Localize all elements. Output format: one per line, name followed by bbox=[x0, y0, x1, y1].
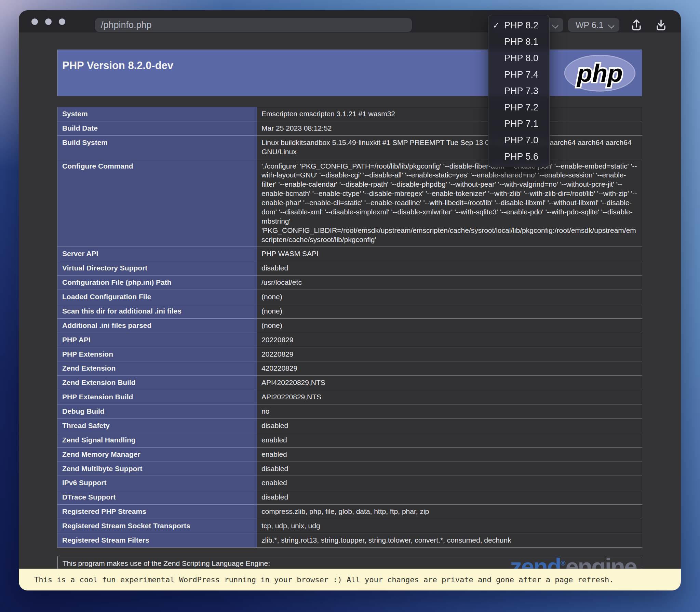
table-row: Thread Safety disabled bbox=[58, 418, 642, 433]
wp-version-select[interactable]: WP 6.1 bbox=[568, 18, 619, 32]
info-label: Additional .ini files parsed bbox=[58, 318, 257, 333]
info-value: Linux buildkitsandbox 5.15.49-linuxkit #… bbox=[257, 135, 642, 159]
info-value: disabled bbox=[257, 418, 642, 433]
info-value: PHP WASM SAPI bbox=[257, 247, 642, 261]
phpinfo-header: PHP Version 8.2.0-dev php bbox=[57, 50, 642, 96]
table-row: Debug Build no bbox=[58, 404, 642, 419]
experimental-notice-banner: This is a cool fun experimental WordPres… bbox=[19, 569, 681, 590]
php-version-menu-item[interactable]: PHP 7.2 bbox=[488, 99, 549, 116]
info-value: no bbox=[257, 404, 642, 419]
info-label: Zend Memory Manager bbox=[58, 447, 257, 462]
info-value: disabled bbox=[257, 261, 642, 276]
svg-text:php: php bbox=[576, 59, 622, 87]
info-label: Registered Stream Socket Transports bbox=[58, 519, 257, 533]
table-row: PHP Extension 20220829 bbox=[58, 347, 642, 361]
info-label: PHP Extension bbox=[58, 347, 257, 361]
menu-item-label: PHP 7.4 bbox=[504, 69, 538, 80]
window-minimize-button[interactable] bbox=[45, 18, 52, 25]
zend-engine-text: This program makes use of the Zend Scrip… bbox=[63, 559, 270, 567]
info-label: Loaded Configuration File bbox=[58, 290, 257, 304]
window-zoom-button[interactable] bbox=[59, 18, 65, 25]
php-version-menu-item[interactable]: PHP 7.0 bbox=[488, 132, 549, 148]
php-version-menu-item[interactable]: PHP 7.3 bbox=[488, 83, 549, 99]
info-label: Thread Safety bbox=[58, 418, 257, 433]
desktop-background: /phpinfo.php WP 6.1 bbox=[0, 0, 700, 612]
info-value: disabled bbox=[257, 490, 642, 505]
info-value: (none) bbox=[257, 318, 642, 333]
zend-logo-registered: ® bbox=[561, 559, 566, 567]
traffic-light-buttons bbox=[31, 18, 65, 25]
table-row: Zend Extension 420220829 bbox=[58, 361, 642, 376]
php-version-menu-item[interactable]: PHP 8.1 bbox=[488, 34, 549, 50]
info-label: Registered Stream Filters bbox=[58, 533, 257, 547]
info-value: tcp, udp, unix, udg bbox=[257, 519, 642, 533]
info-value: enabled bbox=[257, 476, 642, 490]
info-value: enabled bbox=[257, 447, 642, 462]
php-version-menu: ✓ PHP 8.2 PHP 8.1 PHP 8.0 PHP 7.4 bbox=[488, 15, 550, 167]
playground-window: /phpinfo.php WP 6.1 bbox=[19, 10, 681, 590]
info-value: enabled bbox=[257, 433, 642, 447]
page-viewport: PHP Version 8.2.0-dev php System Emscrip… bbox=[19, 32, 681, 590]
info-value: /usr/local/etc bbox=[257, 276, 642, 290]
table-row: Zend Extension Build API420220829,NTS bbox=[58, 376, 642, 390]
info-label: Build System bbox=[58, 135, 257, 159]
window-close-button[interactable] bbox=[31, 18, 38, 25]
info-label: Zend Signal Handling bbox=[58, 433, 257, 447]
info-label: Registered PHP Streams bbox=[58, 505, 257, 519]
table-row: Registered Stream Socket Transports tcp,… bbox=[58, 519, 642, 533]
info-label: Configuration File (php.ini) Path bbox=[58, 276, 257, 290]
table-row: Server API PHP WASM SAPI bbox=[58, 247, 642, 261]
info-label: Scan this dir for additional .ini files bbox=[58, 304, 257, 318]
php-logo: php bbox=[563, 54, 636, 92]
menu-item-label: PHP 7.3 bbox=[504, 86, 538, 96]
info-value: compress.zlib, php, file, glob, data, ht… bbox=[257, 505, 642, 519]
menu-item-label: PHP 7.2 bbox=[504, 102, 538, 112]
php-version-menu-item[interactable]: PHP 7.1 bbox=[488, 116, 549, 132]
info-value: API420220829,NTS bbox=[257, 376, 642, 390]
table-row: DTrace Support disabled bbox=[58, 490, 642, 505]
info-label: PHP Extension Build bbox=[58, 390, 257, 404]
info-value: 20220829 bbox=[257, 347, 642, 361]
table-row: Configure Command './configure' 'PKG_CON… bbox=[58, 159, 642, 247]
info-label: Server API bbox=[58, 247, 257, 261]
info-label: Configure Command bbox=[58, 159, 257, 247]
phpinfo-table: System Emscripten emscripten 3.1.21 #1 w… bbox=[57, 107, 642, 548]
php-version-menu-item[interactable]: PHP 7.4 bbox=[488, 66, 549, 83]
table-row: Registered PHP Streams compress.zlib, ph… bbox=[58, 505, 642, 519]
menu-item-label: PHP 7.1 bbox=[504, 119, 538, 129]
table-row: IPv6 Support enabled bbox=[58, 476, 642, 490]
table-row: Zend Signal Handling enabled bbox=[58, 433, 642, 447]
menu-item-label: PHP 8.0 bbox=[504, 53, 538, 63]
php-version-menu-item[interactable]: ✓ PHP 8.2 bbox=[488, 17, 549, 34]
info-value: API20220829,NTS bbox=[257, 390, 642, 404]
info-value: Mar 25 2023 08:12:52 bbox=[257, 121, 642, 135]
info-value: 20220829 bbox=[257, 333, 642, 347]
phpinfo-page: PHP Version 8.2.0-dev php System Emscrip… bbox=[19, 32, 681, 588]
chevron-down-icon bbox=[552, 22, 558, 29]
table-row: System Emscripten emscripten 3.1.21 #1 w… bbox=[58, 107, 642, 121]
info-label: Debug Build bbox=[58, 404, 257, 419]
table-row: Scan this dir for additional .ini files … bbox=[58, 304, 642, 318]
info-label: PHP API bbox=[58, 333, 257, 347]
php-version-menu-item[interactable]: PHP 8.0 bbox=[488, 50, 549, 66]
info-value: './configure' 'PKG_CONFIG_PATH=/root/lib… bbox=[257, 159, 642, 247]
php-version-menu-item[interactable]: PHP 5.6 bbox=[488, 148, 549, 165]
table-row: Virtual Directory Support disabled bbox=[58, 261, 642, 276]
info-value: 420220829 bbox=[257, 361, 642, 376]
browser-toolbar: /phpinfo.php WP 6.1 bbox=[19, 10, 681, 32]
menu-item-label: PHP 5.6 bbox=[504, 151, 538, 162]
download-button[interactable] bbox=[653, 17, 669, 33]
info-label: Virtual Directory Support bbox=[58, 261, 257, 276]
address-bar[interactable]: /phpinfo.php bbox=[95, 18, 412, 32]
table-row: Configuration File (php.ini) Path /usr/l… bbox=[58, 276, 642, 290]
info-value: (none) bbox=[257, 304, 642, 318]
download-icon bbox=[654, 18, 668, 32]
info-label: Zend Extension Build bbox=[58, 376, 257, 390]
upload-icon bbox=[630, 18, 643, 32]
notice-text: This is a cool fun experimental WordPres… bbox=[34, 575, 614, 584]
info-label: Build Date bbox=[58, 121, 257, 135]
info-label: IPv6 Support bbox=[58, 476, 257, 490]
info-label: DTrace Support bbox=[58, 490, 257, 505]
info-value: (none) bbox=[257, 290, 642, 304]
upload-button[interactable] bbox=[628, 17, 645, 33]
